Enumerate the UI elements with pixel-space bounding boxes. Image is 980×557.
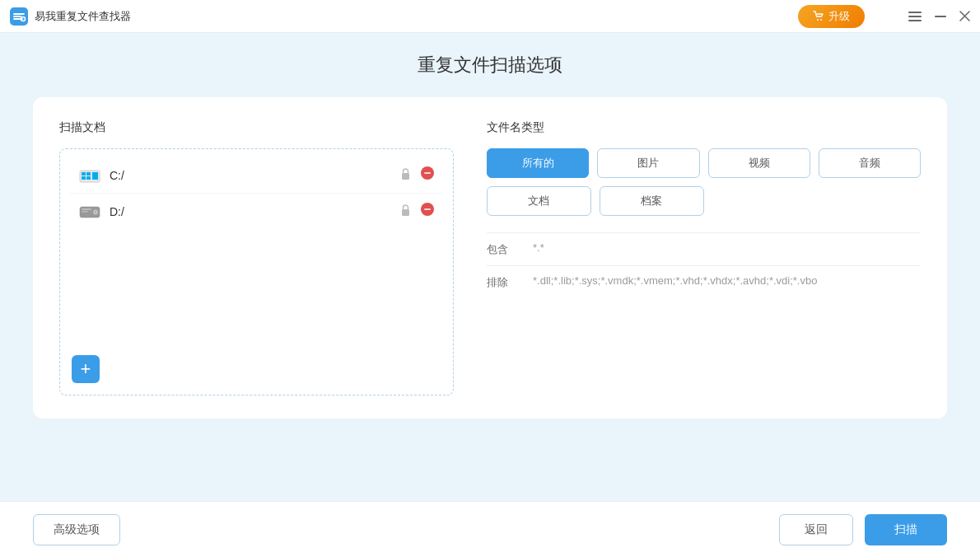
svg-point-21 xyxy=(95,211,96,213)
exclude-value: *.dll;*.lib;*.sys;*.vmdk;*.vmem;*.vhd;*.… xyxy=(533,274,921,287)
svg-rect-5 xyxy=(908,16,922,17)
svg-rect-24 xyxy=(424,208,431,210)
menu-icon-button[interactable] xyxy=(908,11,922,22)
main-card: 扫描文档 C:/ xyxy=(33,97,947,419)
svg-rect-9 xyxy=(82,172,86,176)
svg-rect-19 xyxy=(82,211,88,213)
hdd-drive-icon xyxy=(78,204,101,220)
minimize-icon xyxy=(935,16,946,17)
svg-rect-11 xyxy=(82,176,86,180)
drive-d-label: D:/ xyxy=(110,205,399,218)
page-title: 重复文件扫描选项 xyxy=(33,53,947,77)
close-button[interactable] xyxy=(959,11,970,21)
svg-rect-18 xyxy=(82,208,91,210)
include-label: 包含 xyxy=(487,241,516,257)
svg-point-3 xyxy=(820,19,822,21)
remove-d-button[interactable] xyxy=(420,202,435,221)
file-type-row1: 所有的 图片 视频 音频 xyxy=(487,148,921,178)
svg-rect-4 xyxy=(908,12,922,13)
menu-icon xyxy=(908,11,922,22)
drive-c-label: C:/ xyxy=(110,169,399,182)
scan-button[interactable]: 扫描 xyxy=(865,514,947,545)
drive-d-actions xyxy=(399,202,435,221)
type-doc-button[interactable]: 文档 xyxy=(487,186,591,216)
cart-icon xyxy=(813,11,824,21)
exclude-row: 排除 *.dll;*.lib;*.sys;*.vmdk;*.vmem;*.vhd… xyxy=(487,265,921,298)
app-logo xyxy=(10,7,28,26)
windows-drive-icon xyxy=(78,167,101,184)
app-title: 易我重复文件查找器 xyxy=(35,9,131,24)
left-panel-title: 扫描文档 xyxy=(59,120,454,135)
close-icon xyxy=(959,11,970,21)
file-type-row2: 文档 档案 xyxy=(487,186,703,216)
svg-rect-6 xyxy=(908,20,922,21)
drive-item-c: C:/ xyxy=(70,157,443,194)
minimize-button[interactable] xyxy=(935,16,946,17)
svg-rect-16 xyxy=(424,172,431,174)
exclude-label: 排除 xyxy=(487,274,516,290)
type-archive-button[interactable]: 档案 xyxy=(600,186,704,216)
advanced-options-button[interactable]: 高级选项 xyxy=(33,514,120,545)
svg-point-2 xyxy=(817,19,819,21)
svg-rect-12 xyxy=(86,176,91,180)
svg-rect-14 xyxy=(402,173,409,180)
add-drive-button[interactable]: + xyxy=(72,355,100,383)
window-controls xyxy=(908,11,970,22)
remove-c-button[interactable] xyxy=(420,166,435,185)
titlebar: 易我重复文件查找器 升级 xyxy=(0,0,980,33)
lock-icon-d xyxy=(399,204,412,219)
svg-rect-7 xyxy=(935,16,946,17)
type-audio-button[interactable]: 音频 xyxy=(819,148,921,178)
svg-rect-13 xyxy=(92,172,98,180)
left-panel: 扫描文档 C:/ xyxy=(59,120,454,396)
bottom-bar: 高级选项 返回 扫描 xyxy=(0,501,980,557)
right-panel: 文件名类型 所有的 图片 视频 音频 文档 档案 包含 *.* 排除 *.dll… xyxy=(487,120,921,396)
scan-area: C:/ xyxy=(59,148,454,396)
drive-item-d: D:/ xyxy=(70,194,443,229)
include-row: 包含 *.* xyxy=(487,232,921,265)
type-all-button[interactable]: 所有的 xyxy=(487,148,589,178)
type-image-button[interactable]: 图片 xyxy=(597,148,699,178)
upgrade-button[interactable]: 升级 xyxy=(798,5,865,28)
include-value: *.* xyxy=(533,241,921,254)
drive-c-actions xyxy=(399,166,435,185)
bottom-right-actions: 返回 扫描 xyxy=(779,514,947,545)
svg-rect-10 xyxy=(86,172,91,176)
lock-icon-c xyxy=(399,167,412,183)
svg-rect-22 xyxy=(402,209,409,216)
right-panel-title: 文件名类型 xyxy=(487,120,921,135)
back-button[interactable]: 返回 xyxy=(779,514,853,545)
main-content: 重复文件扫描选项 扫描文档 xyxy=(0,53,980,419)
type-video-button[interactable]: 视频 xyxy=(708,148,810,178)
